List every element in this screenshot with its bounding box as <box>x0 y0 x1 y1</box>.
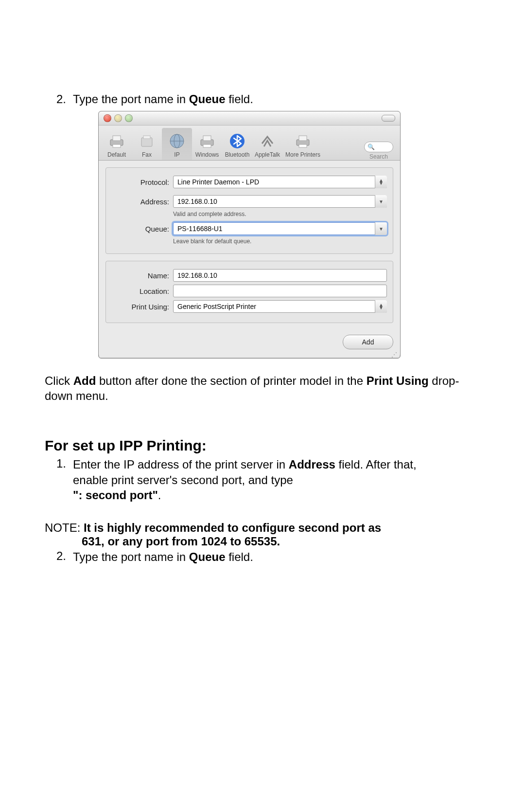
svg-rect-13 <box>299 136 307 141</box>
p1-b: Add <box>73 374 96 387</box>
queue-value: PS-116688-U1 <box>177 225 223 233</box>
ipp-2-c: field. <box>226 550 253 563</box>
toolbar-more-printers[interactable]: More Printers <box>282 128 323 160</box>
step-2-text-bold: Queue <box>189 92 226 106</box>
location-input[interactable] <box>173 285 387 297</box>
step-2-text-pre: Type the port name in <box>73 92 189 106</box>
ipp-heading: For set up IPP Printing: <box>45 437 480 454</box>
toolbar-more-printers-label: More Printers <box>285 151 320 160</box>
search-input[interactable]: 🔍 <box>364 142 393 152</box>
toolbar: Default Fax IP Windows <box>99 126 400 161</box>
printer-icon <box>293 132 313 150</box>
ipp-2-b: Queue <box>189 550 226 563</box>
bluetooth-icon <box>228 132 247 150</box>
name-label: Name: <box>106 271 173 280</box>
ipp-2-a: Type the port name in <box>73 550 189 563</box>
svg-rect-4 <box>143 136 150 139</box>
toolbar-ip-label: IP <box>174 151 179 160</box>
p1-d: Print Using <box>367 374 429 387</box>
after-screenshot-paragraph: Click Add button after done the section … <box>45 373 480 403</box>
toolbar-appletalk-label: AppleTalk <box>255 151 280 160</box>
toolbar-ip[interactable]: IP <box>162 128 192 160</box>
note-bold: It is highly recommended to configure se… <box>45 521 381 548</box>
chevron-down-icon[interactable]: ▼ <box>375 222 387 235</box>
svg-rect-1 <box>113 136 121 141</box>
toolbar-appletalk[interactable]: AppleTalk <box>252 128 282 160</box>
minimize-icon[interactable] <box>114 114 122 122</box>
step-2-text-post: field. <box>226 92 253 106</box>
ipp-step-2: 2. Type the port name in Queue field. <box>45 549 480 564</box>
ipp-note: NOTE: It is highly recommended to config… <box>45 521 480 548</box>
name-input[interactable]: 192.168.0.10 <box>173 269 387 282</box>
toolbar-toggle-icon[interactable] <box>382 115 395 122</box>
appletalk-icon <box>258 132 277 150</box>
svg-rect-2 <box>113 144 121 147</box>
updown-icon[interactable]: ▲▼ <box>375 176 387 188</box>
printusing-label: Print Using: <box>106 303 173 311</box>
add-button[interactable]: Add <box>343 335 393 349</box>
toolbar-search-label: Search <box>369 153 388 160</box>
printusing-value: Generic PostScript Printer <box>177 303 256 310</box>
close-icon[interactable] <box>104 114 111 122</box>
updown-icon[interactable]: ▲▼ <box>375 300 387 313</box>
address-input[interactable]: 192.168.0.10 <box>173 195 387 208</box>
fax-icon <box>137 132 157 150</box>
zoom-icon[interactable] <box>125 114 133 122</box>
queue-hint: Leave blank for default queue. <box>173 238 387 245</box>
ipp-1-quote: ": second port" <box>73 488 158 502</box>
step-2-line: 2.Type the port name in Queue field. <box>45 92 480 106</box>
protocol-select[interactable]: Line Printer Daemon - LPD <box>173 176 387 188</box>
toolbar-windows-label: Windows <box>195 151 219 160</box>
protocol-value: Line Printer Daemon - LPD <box>177 178 259 186</box>
p1-a: Click <box>45 374 73 387</box>
ipp-step-1: 1. Enter the IP address of the print ser… <box>45 457 480 503</box>
step-2-number: 2. <box>45 92 66 106</box>
toolbar-search: 🔍 Search <box>364 128 397 160</box>
toolbar-fax[interactable]: Fax <box>132 128 162 160</box>
traffic-lights <box>104 114 133 122</box>
chevron-down-icon[interactable]: ▼ <box>375 195 387 208</box>
connection-group: Protocol: Line Printer Daemon - LPD ▲▼ A… <box>105 167 393 254</box>
p1-c: button after done the section of printer… <box>96 374 366 387</box>
printer-icon <box>107 132 126 150</box>
svg-rect-3 <box>141 138 152 146</box>
svg-rect-9 <box>203 136 211 141</box>
note-prefix: NOTE: <box>45 521 84 534</box>
add-button-label: Add <box>362 338 374 346</box>
protocol-label: Protocol: <box>106 178 173 186</box>
globe-icon <box>167 132 187 150</box>
printer-icon <box>197 132 217 150</box>
ipp-step-1-num: 1. <box>45 457 66 470</box>
svg-rect-10 <box>203 144 211 147</box>
address-value: 192.168.0.10 <box>177 198 217 205</box>
toolbar-fax-label: Fax <box>142 151 152 160</box>
toolbar-bluetooth-label: Bluetooth <box>225 151 250 160</box>
address-hint: Valid and complete address. <box>173 211 387 217</box>
toolbar-windows[interactable]: Windows <box>192 128 222 160</box>
address-label: Address: <box>106 198 173 206</box>
queue-input[interactable]: PS-116688-U1 <box>173 222 387 235</box>
location-label: Location: <box>106 287 173 295</box>
search-icon: 🔍 <box>368 144 375 150</box>
toolbar-bluetooth[interactable]: Bluetooth <box>222 128 252 160</box>
queue-label: Queue: <box>106 225 173 233</box>
name-value: 192.168.0.10 <box>177 271 217 279</box>
form-body: Protocol: Line Printer Daemon - LPD ▲▼ A… <box>99 161 400 335</box>
ipp-step-2-num: 2. <box>45 549 66 563</box>
resize-grip-icon[interactable]: ⋰ <box>99 351 400 358</box>
toolbar-default-label: Default <box>107 151 126 160</box>
titlebar <box>99 111 400 126</box>
toolbar-default[interactable]: Default <box>102 128 132 160</box>
printusing-select[interactable]: Generic PostScript Printer <box>173 300 387 313</box>
ipp-1-b: Address <box>289 458 335 471</box>
printer-info-group: Name: 192.168.0.10 Location: Print Using… <box>105 261 393 323</box>
ipp-1-dot: . <box>158 488 161 502</box>
add-printer-window: Default Fax IP Windows <box>98 111 401 359</box>
ipp-1-a: Enter the IP address of the print server… <box>73 458 289 471</box>
svg-rect-14 <box>299 144 307 147</box>
